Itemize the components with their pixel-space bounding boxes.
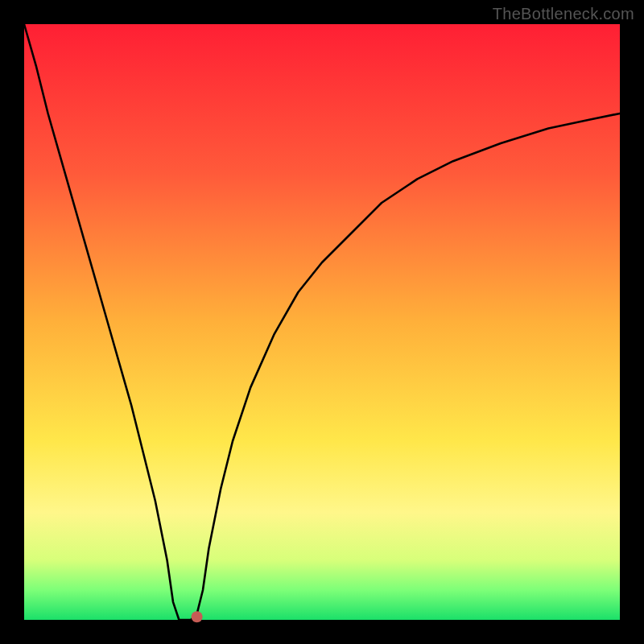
curve-layer <box>24 24 620 620</box>
watermark-text: TheBottleneck.com <box>493 5 634 23</box>
bottleneck-curve <box>24 24 620 620</box>
chart-frame: TheBottleneck.com <box>0 0 644 644</box>
optimum-marker <box>192 611 203 622</box>
